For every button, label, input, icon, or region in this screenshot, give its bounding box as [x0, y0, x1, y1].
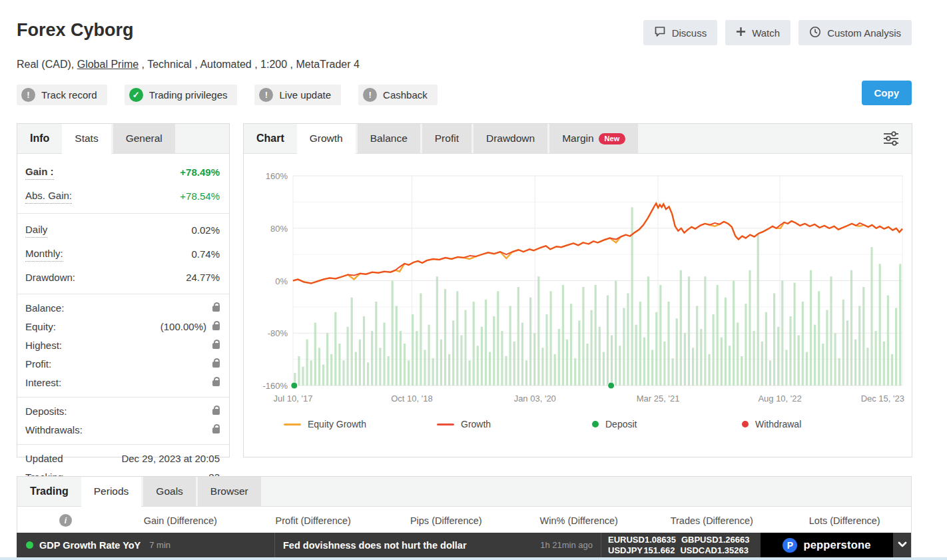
legend-growth[interactable]: Growth	[437, 419, 491, 429]
tab-label: Goals	[156, 485, 183, 497]
activity-bar	[408, 360, 410, 386]
event-name: GDP Growth Rate YoY	[39, 540, 141, 551]
button-discuss[interactable]: Discuss	[643, 20, 718, 45]
tab-general[interactable]: General	[113, 124, 175, 153]
activity-bar	[363, 316, 365, 386]
activity-bar	[810, 270, 812, 386]
tab-balance[interactable]: Balance	[358, 124, 420, 153]
stat-label: Drawdown:	[25, 271, 75, 284]
stat-value	[206, 380, 220, 386]
ticker-collapse[interactable]	[893, 533, 911, 557]
tab-periods[interactable]: Periods	[81, 477, 142, 507]
badge-trading-privileges[interactable]: ✓Trading privileges	[125, 85, 238, 105]
activity-bar	[818, 291, 820, 386]
info-icon[interactable]: i	[59, 514, 72, 527]
activity-bar	[400, 331, 402, 386]
activity-bar	[599, 327, 601, 386]
tab-profit[interactable]: Profit	[422, 124, 472, 153]
tab-browser[interactable]: Browser	[198, 477, 261, 506]
header-actions: DiscussWatchCustom Analysis	[643, 20, 912, 45]
legend-deposit[interactable]: Deposit	[592, 419, 637, 429]
check-icon: ✓	[129, 88, 143, 102]
section-label-info[interactable]: Info	[17, 124, 62, 153]
activity-bar	[586, 344, 588, 386]
activity-bar	[541, 348, 543, 386]
activity-bar	[550, 291, 552, 386]
tab-label: Stats	[75, 133, 98, 144]
activity-bar	[558, 329, 560, 386]
x-axis-label: Jul 10, '17	[274, 394, 313, 404]
badge-cashback[interactable]: !Cashback	[358, 85, 438, 105]
activity-bar	[713, 314, 715, 386]
column-header: Pips (Difference)	[380, 515, 513, 526]
activity-bar	[667, 302, 669, 386]
badge-track-record[interactable]: !Track record	[17, 85, 107, 105]
lock-icon	[212, 409, 220, 415]
chart-settings-icon[interactable]	[881, 131, 901, 149]
activity-bar	[814, 325, 816, 386]
tab-goals[interactable]: Goals	[143, 477, 196, 506]
column-header: Lots (Difference)	[779, 515, 912, 526]
stat-value	[206, 306, 220, 312]
deposit-marker[interactable]	[291, 382, 298, 389]
activity-bar	[725, 298, 727, 386]
subtitle-prefix: Real (CAD),	[17, 59, 77, 70]
legend-label: Withdrawal	[755, 419, 801, 429]
button-watch[interactable]: Watch	[725, 20, 790, 45]
tab-margin[interactable]: MarginNew	[549, 124, 638, 153]
broker-link[interactable]: Global Prime	[77, 59, 139, 70]
x-axis-label: Aug 10, '22	[758, 394, 801, 404]
activity-bar	[834, 333, 836, 386]
stat-label[interactable]: Abs. Gain:	[25, 189, 72, 204]
stat-value	[206, 362, 220, 368]
stat-label[interactable]: Daily	[25, 223, 47, 238]
stat-label: Equity:	[25, 320, 56, 334]
info-tab-strip: Info StatsGeneral	[17, 124, 229, 154]
news-age: 1h 21min ago	[540, 540, 593, 550]
tab-growth[interactable]: Growth	[297, 124, 356, 154]
stat-value: (100.00%)	[160, 320, 220, 334]
activity-bar	[367, 362, 369, 386]
growth-chart[interactable]: 160%80%0%-80%-160%Jul 10, '17Oct 10, '18…	[244, 154, 912, 457]
activity-bar	[489, 352, 491, 386]
stat-label[interactable]: Monthly:	[25, 247, 63, 262]
activity-bar	[655, 312, 657, 386]
activity-bar	[477, 346, 479, 386]
button-label: Custom Analysis	[827, 27, 901, 39]
activity-bar	[338, 344, 340, 386]
stat-label[interactable]: Gain :	[25, 165, 54, 180]
legend-withdrawal[interactable]: Withdrawal	[742, 419, 801, 429]
legend-equity-growth[interactable]: Equity Growth	[284, 419, 366, 429]
legend-dot-swatch	[742, 421, 749, 427]
activity-bar	[314, 323, 316, 386]
activity-bar	[769, 360, 771, 386]
lock-icon	[212, 362, 220, 368]
news-item[interactable]: Fed dovishness does not hurt the dollar …	[274, 533, 601, 557]
y-axis-label: 80%	[270, 224, 288, 234]
column-header: Profit (Difference)	[247, 515, 380, 526]
section-label-trading[interactable]: Trading	[17, 477, 81, 506]
stat-label: Interest:	[25, 376, 61, 390]
activity-bar	[737, 323, 739, 386]
sponsor-banner[interactable]: P pepperstone	[761, 533, 893, 557]
activity-bar	[850, 270, 852, 386]
tab-stats[interactable]: Stats	[62, 124, 111, 154]
activity-bar	[883, 342, 885, 386]
lock-icon	[212, 343, 220, 349]
section-label-chart[interactable]: Chart	[244, 124, 297, 153]
activity-bar	[302, 367, 304, 386]
stat-row: Withdrawals:	[17, 421, 229, 439]
activity-bar	[310, 360, 312, 386]
badge-live-update[interactable]: !Live update	[254, 85, 341, 105]
tab-label: Drawdown	[486, 133, 535, 144]
activity-bar	[298, 356, 300, 386]
activity-bar	[806, 352, 808, 386]
activity-bar	[591, 310, 593, 386]
economic-event[interactable]: GDP Growth Rate YoY 7 min	[17, 533, 274, 557]
activity-bar	[355, 352, 357, 386]
button-custom-analysis[interactable]: Custom Analysis	[798, 20, 912, 45]
copy-button[interactable]: Copy	[862, 81, 912, 105]
deposit-marker[interactable]	[608, 382, 615, 389]
tab-drawdown[interactable]: Drawdown	[474, 124, 547, 153]
activity-bar	[846, 320, 848, 386]
